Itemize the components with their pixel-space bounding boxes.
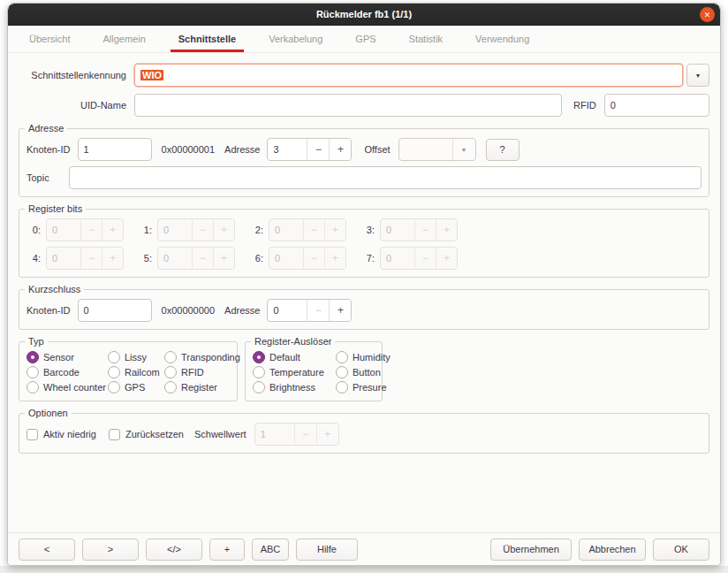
bit-5-spinner: 0 − + <box>157 247 235 270</box>
checkbox-icon <box>109 429 120 440</box>
offset-label: Offset <box>364 144 390 155</box>
bit-label: 7: <box>360 253 375 264</box>
radio-barcode[interactable]: Barcode <box>27 366 108 378</box>
radio-icon <box>336 366 348 378</box>
bit-value: 0 <box>381 248 414 269</box>
close-icon[interactable]: ✕ <box>700 7 715 22</box>
knoten-id-label: Knoten-ID <box>27 144 71 155</box>
kurzschluss-row: Knoten-ID 0 0x00000000 Adresse 0 − + <box>27 299 701 322</box>
tab-schnittstelle[interactable]: Schnittstelle <box>177 26 238 52</box>
radio-sensor[interactable]: Sensor <box>27 351 108 363</box>
radio-label: Presure <box>353 382 387 393</box>
bit-2: 2: 0 − + <box>249 218 346 241</box>
minus-button: − <box>192 219 213 241</box>
uid-name-input[interactable] <box>134 94 562 117</box>
adresse-spinner: 3 − + <box>267 138 352 161</box>
tab-bar: Übersicht Allgemein Schnittstelle Verkab… <box>8 26 720 53</box>
radio-temperature[interactable]: Temperature <box>253 366 336 378</box>
bit-value: 0 <box>269 248 303 269</box>
tab-verkabelung[interactable]: Verkabelung <box>267 26 324 52</box>
rfid-value: 0 <box>610 100 616 111</box>
kurzschluss-spinner-value[interactable]: 0 <box>268 300 307 321</box>
adresse-label: Adresse <box>224 305 260 316</box>
radio-icon <box>164 381 177 393</box>
checkbox-icon <box>27 429 38 440</box>
topic-input[interactable] <box>69 166 701 189</box>
radio-label: Barcode <box>43 367 80 378</box>
bit-label: 4: <box>27 253 41 264</box>
bit-label: 6: <box>249 253 263 264</box>
chevron-down-icon[interactable]: ▾ <box>452 139 475 160</box>
knoten-id-value: 1 <box>84 144 89 155</box>
radio-railcom[interactable]: Railcom <box>108 366 164 378</box>
bit-label: 3: <box>360 225 375 235</box>
add-button[interactable]: + <box>209 539 245 561</box>
tab-allgemein[interactable]: Allgemein <box>101 26 147 52</box>
knoten-id-input[interactable]: 1 <box>78 138 152 161</box>
bit-4: 4: 0 − + <box>27 247 124 270</box>
interface-id-input[interactable]: WIO <box>134 64 683 87</box>
bit-6-spinner: 0 − + <box>269 247 346 270</box>
dialog-footer: < > </> + ABC Hilfe Übernehmen Abbrechen… <box>8 532 720 565</box>
radio-default[interactable]: Default <box>253 351 336 363</box>
tab-verwendung[interactable]: Verwendung <box>474 26 531 52</box>
minus-button[interactable]: − <box>307 139 329 160</box>
address-help-button[interactable]: ? <box>486 139 519 161</box>
bit-label: 1: <box>138 225 152 235</box>
radio-rfid[interactable]: RFID <box>164 366 240 378</box>
radio-wheel-counter[interactable]: Wheel counter <box>27 381 108 393</box>
plus-button: + <box>213 248 234 269</box>
radio-icon <box>27 381 39 393</box>
help-button[interactable]: Hilfe <box>296 539 358 561</box>
adresse-spinner-value[interactable]: 3 <box>268 139 307 160</box>
radio-label: Button <box>353 367 381 378</box>
tab-content: Schnittstellenkennung WIO ▾ UID-Name RFI… <box>8 53 720 532</box>
next-button[interactable]: > <box>82 539 139 561</box>
tab-statistik[interactable]: Statistik <box>407 26 445 52</box>
apply-button[interactable]: Übernehmen <box>490 539 572 561</box>
radio-presure[interactable]: Presure <box>336 381 391 393</box>
tab-gps[interactable]: GPS <box>353 26 377 52</box>
bit-value: 0 <box>269 219 303 241</box>
tab-uebersicht[interactable]: Übersicht <box>27 26 72 52</box>
radio-label: Humidity <box>353 352 391 363</box>
plus-button[interactable]: + <box>329 139 351 160</box>
cancel-button[interactable]: Abbrechen <box>579 539 646 561</box>
bit-label: 0: <box>27 225 41 235</box>
abc-button[interactable]: ABC <box>252 539 289 561</box>
plus-button[interactable]: + <box>329 300 351 321</box>
kurzschluss-knoten-id-input[interactable]: 0 <box>78 299 152 322</box>
titlebar[interactable]: Rückmelder fb1 (1/1) ✕ <box>8 4 720 26</box>
offset-combobox[interactable]: ▾ <box>398 138 476 161</box>
typ-group: Typ Sensor Lissy Transponding <box>19 336 238 401</box>
window-title: Rückmelder fb1 (1/1) <box>316 9 412 19</box>
typ-legend: Typ <box>25 336 48 347</box>
rfid-input[interactable]: 0 <box>604 94 709 117</box>
ok-button[interactable]: OK <box>653 539 709 561</box>
radio-transponding[interactable]: Transponding <box>164 351 240 363</box>
radio-lissy[interactable]: Lissy <box>108 351 164 363</box>
radio-icon <box>164 366 177 378</box>
radio-label: Transponding <box>181 352 240 363</box>
radio-gps[interactable]: GPS <box>108 381 164 393</box>
interface-id-dropdown-button[interactable]: ▾ <box>686 64 709 87</box>
radio-button[interactable]: Button <box>336 366 391 378</box>
checkbox-aktiv-niedrig[interactable]: Aktiv niedrig <box>27 429 96 440</box>
adresse-legend: Adresse <box>25 123 67 134</box>
previous-button[interactable]: < <box>19 539 75 561</box>
checkbox-zuruecksetzen[interactable]: Zurücksetzen <box>109 429 184 440</box>
bit-4-spinner: 0 − + <box>46 247 124 270</box>
radio-brightness[interactable]: Brightness <box>253 381 336 393</box>
topic-row: Topic <box>27 166 701 189</box>
register-bits-grid: 0: 0 − + 1: 0 − + 2: <box>27 218 701 270</box>
minus-button[interactable]: − <box>307 300 329 321</box>
register-bits-legend: Register bits <box>25 203 86 214</box>
checkbox-label: Zurücksetzen <box>125 429 184 439</box>
xml-button[interactable]: </> <box>146 539 202 561</box>
radio-icon <box>108 366 120 378</box>
radio-humidity[interactable]: Humidity <box>336 351 391 363</box>
uid-rfid-row: UID-Name RFID 0 <box>19 94 709 117</box>
plus-button: + <box>316 424 338 445</box>
radio-register[interactable]: Register <box>164 381 240 393</box>
minus-button: − <box>414 219 436 241</box>
